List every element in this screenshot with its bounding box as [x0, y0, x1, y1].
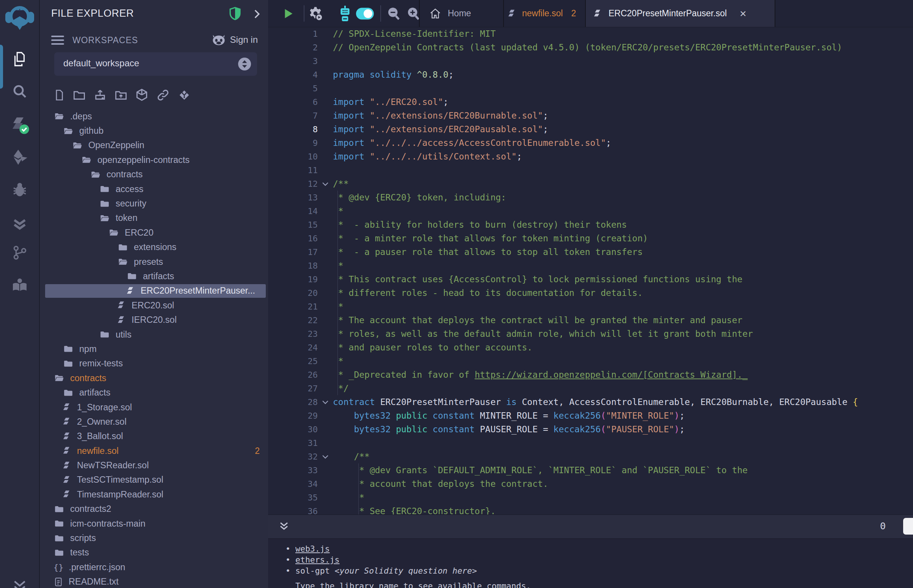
fold-chevron-icon[interactable]: [318, 395, 333, 409]
search-icon[interactable]: [11, 82, 28, 100]
workspace-menu-icon[interactable]: [51, 36, 64, 47]
copilot-toggle[interactable]: [356, 8, 374, 19]
code-line[interactable]: 34 * account that deploys the contract.: [268, 477, 913, 491]
learneth-icon[interactable]: [11, 276, 29, 294]
code-line[interactable]: 30 bytes32 public constant PAUSER_ROLE =…: [268, 422, 913, 436]
code-line[interactable]: 11: [268, 163, 913, 177]
git-clone-icon[interactable]: [177, 88, 191, 102]
fold-chevron-icon[interactable]: [318, 177, 333, 191]
tree-item[interactable]: extensions: [40, 240, 268, 255]
code-line[interactable]: 13 * @dev {ERC20} token, including:: [268, 191, 913, 204]
tree-item[interactable]: presets: [40, 255, 268, 269]
tree-item[interactable]: github: [40, 123, 268, 138]
code-line[interactable]: 32 /**: [268, 450, 913, 464]
code-line[interactable]: 15 * - ability for holders to burn (dest…: [268, 218, 913, 231]
code-line[interactable]: 22 * The account that deploys the contra…: [268, 313, 913, 327]
remix-logo-icon[interactable]: [5, 3, 35, 34]
tree-item[interactable]: .deps: [40, 109, 268, 123]
tree-item[interactable]: remix-tests: [40, 357, 268, 371]
git-icon[interactable]: [11, 244, 28, 262]
tree-item[interactable]: IERC20.sol: [40, 313, 268, 327]
code-line[interactable]: 12/**: [268, 177, 913, 191]
tree-item[interactable]: security: [40, 196, 268, 211]
code-line[interactable]: 5: [268, 81, 913, 95]
code-line[interactable]: 4pragma solidity ^0.8.0;: [268, 68, 913, 81]
code-line[interactable]: 36 * See {ERC20-constructor}.: [268, 504, 913, 515]
code-line[interactable]: 8import "../extensions/ERC20Pausable.sol…: [268, 123, 913, 136]
tree-item[interactable]: tests: [40, 546, 268, 560]
workspace-stepper-icon[interactable]: [238, 58, 251, 71]
tree-item[interactable]: newfile.sol2: [40, 444, 268, 458]
tree-item[interactable]: OpenZeppelin: [40, 138, 268, 153]
terminal-library-item[interactable]: •web3.js: [285, 543, 477, 554]
script-config-icon[interactable]: [308, 6, 324, 22]
tree-item[interactable]: ERC20: [40, 225, 268, 240]
tab-home[interactable]: Home: [429, 7, 471, 20]
tree-item[interactable]: utils: [40, 327, 268, 342]
code-line[interactable]: 31: [268, 436, 913, 450]
terminal-library-item[interactable]: •ethers.js: [285, 554, 477, 565]
new-folder-icon[interactable]: [72, 88, 86, 102]
code-line[interactable]: 10import "../../../utils/Context.sol";: [268, 150, 913, 163]
tree-item[interactable]: TimestampReader.sol: [40, 487, 268, 502]
link-icon[interactable]: [155, 88, 171, 102]
terminal-collapse-icon[interactable]: [277, 519, 291, 533]
solidity-compiler-icon[interactable]: [10, 115, 29, 135]
code-line[interactable]: 6import "../ERC20.sol";: [268, 95, 913, 109]
tree-item[interactable]: artifacts: [40, 269, 268, 283]
code-line[interactable]: 27 */: [268, 381, 913, 395]
workspace-select[interactable]: default_workspace: [54, 52, 257, 76]
tree-item[interactable]: access: [40, 182, 268, 196]
code-line[interactable]: 17 * - a pauser role that allows to stop…: [268, 245, 913, 259]
code-line[interactable]: 23 * roles, as well as the default admin…: [268, 327, 913, 341]
trust-shield-icon[interactable]: [228, 6, 243, 22]
fold-chevron-icon[interactable]: [318, 450, 333, 464]
code-line[interactable]: 1// SPDX-License-Identifier: MIT: [268, 27, 913, 40]
tree-item[interactable]: icm-contracts-main: [40, 516, 268, 531]
ai-copilot-icon[interactable]: [337, 5, 353, 22]
code-line[interactable]: 2// OpenZeppelin Contracts (last updated…: [268, 40, 913, 54]
tree-item[interactable]: {}.prettierrc.json: [40, 560, 268, 574]
file-explorer-icon[interactable]: [11, 50, 28, 68]
tree-item[interactable]: ERC20PresetMinterPauser...: [40, 284, 268, 298]
code-line[interactable]: 20 * different roles - head to its docum…: [268, 286, 913, 300]
unit-testing-icon[interactable]: [11, 215, 29, 233]
run-script-icon[interactable]: [282, 7, 295, 21]
code-line[interactable]: 21 *: [268, 300, 913, 313]
code-line[interactable]: 25 *: [268, 354, 913, 368]
tab-erc20-preset-minter-pauser[interactable]: ERC20PresetMinterPauser.sol ×: [593, 8, 746, 19]
tab-newfile[interactable]: newfile.sol 2: [508, 8, 576, 19]
debugger-icon[interactable]: [11, 181, 29, 199]
tree-item[interactable]: ERC20.sol: [40, 298, 268, 313]
terminal-search-box[interactable]: [903, 518, 913, 535]
ipfs-publish-icon[interactable]: [134, 88, 149, 102]
tree-item[interactable]: 1_Storage.sol: [40, 400, 268, 415]
tree-item[interactable]: contracts2: [40, 502, 268, 516]
code-line[interactable]: 19 * This contract uses {AccessControl} …: [268, 272, 913, 286]
tree-item[interactable]: scripts: [40, 531, 268, 545]
code-line[interactable]: 29 bytes32 public constant MINTER_ROLE =…: [268, 409, 913, 422]
tree-item[interactable]: token: [40, 211, 268, 225]
code-line[interactable]: 33 * @dev Grants `DEFAULT_ADMIN_ROLE`, `…: [268, 464, 913, 477]
tree-item[interactable]: 2_Owner.sol: [40, 415, 268, 429]
code-line[interactable]: 26 * _Deprecated in favor of https://wiz…: [268, 368, 913, 381]
new-file-icon[interactable]: [53, 88, 66, 102]
tree-item[interactable]: README.txt: [40, 575, 268, 588]
upload-folder-icon[interactable]: [114, 88, 128, 102]
code-line[interactable]: 3: [268, 54, 913, 68]
code-line[interactable]: 24 * and pauser roles to other accounts.: [268, 341, 913, 354]
tree-item[interactable]: 3_Ballot.sol: [40, 429, 268, 444]
code-line[interactable]: 28contract ERC20PresetMinterPauser is Co…: [268, 395, 913, 409]
code-line[interactable]: 14 *: [268, 204, 913, 218]
tree-item[interactable]: TestSCTimestamp.sol: [40, 473, 268, 487]
tree-item[interactable]: NewTSReader.sol: [40, 458, 268, 472]
close-icon[interactable]: ×: [740, 10, 746, 18]
tree-item[interactable]: contracts: [40, 371, 268, 385]
panel-expand-chevron-icon[interactable]: [250, 8, 263, 21]
code-line[interactable]: 9import "../../../access/AccessControlEn…: [268, 136, 913, 150]
code-line[interactable]: 16 * - a minter role that allows for tok…: [268, 231, 913, 245]
code-line[interactable]: 35 *: [268, 491, 913, 504]
deploy-run-icon[interactable]: [11, 148, 29, 166]
code-editor[interactable]: 1// SPDX-License-Identifier: MIT2// Open…: [268, 27, 913, 515]
tree-item[interactable]: npm: [40, 342, 268, 356]
